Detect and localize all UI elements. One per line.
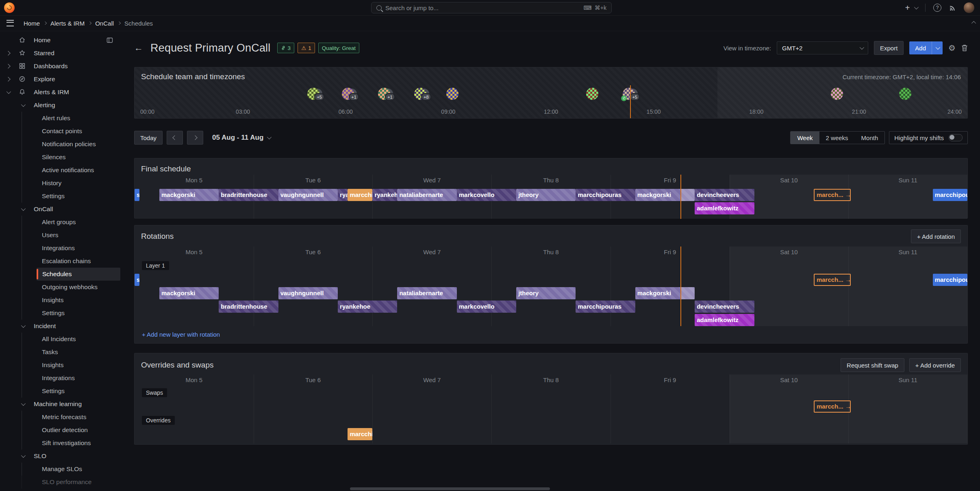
view-option-month[interactable]: Month [855, 132, 885, 144]
chevron-down-icon[interactable] [7, 89, 11, 94]
chevron-down-icon[interactable] [21, 102, 26, 107]
shift-bar-jtheory[interactable]: jtheory [516, 189, 576, 201]
sidebar-item-schedules[interactable]: Schedules [37, 268, 120, 281]
highlight-toggle[interactable] [949, 134, 963, 141]
new-menu-button[interactable]: + [905, 3, 917, 13]
shift-bar-nataliabernarte[interactable]: nataliabernarte [397, 287, 456, 299]
chevron-right-icon[interactable] [6, 64, 10, 68]
grafana-logo-icon[interactable] [4, 2, 15, 13]
shift-bar-s[interactable]: s [135, 189, 139, 201]
sidebar-item-slo-performance[interactable]: SLO performance [0, 476, 120, 489]
shift-bar-ryankehoe[interactable]: ryankehoe [372, 189, 397, 201]
menu-toggle-icon[interactable] [7, 20, 14, 26]
news-rss-icon[interactable] [949, 4, 956, 11]
breadcrumb-item-oncall[interactable]: OnCall [95, 20, 114, 27]
sidebar-item-active-notifications[interactable]: Active notifications [0, 164, 120, 177]
swap-request-bar[interactable]: marcch... → ? [814, 274, 851, 286]
delete-trash-icon[interactable] [961, 44, 968, 52]
shift-bar-markcovello[interactable]: markcovello [457, 301, 516, 313]
sidebar-item-machine-learning[interactable]: Machine learning [0, 398, 120, 411]
sidebar-item-settings[interactable]: Settings [0, 190, 120, 203]
add-layer-link[interactable]: + Add new layer with rotation [142, 331, 220, 338]
swap-request-bar[interactable]: marcch... → ? [814, 400, 851, 413]
prev-week-button[interactable] [167, 131, 183, 145]
team-member-avatar[interactable]: +8 [414, 88, 426, 100]
add-dropdown-caret[interactable] [932, 41, 943, 54]
breadcrumb-item-alerts-irm[interactable]: Alerts & IRM [50, 20, 85, 27]
shift-bar-marcchipouras[interactable]: marcchipouras [576, 189, 635, 201]
shift-bar-ryankehoe[interactable]: ryankehoe [338, 301, 397, 313]
team-member-avatar[interactable] [899, 88, 911, 100]
warnings-badge[interactable]: ⚠ 1 [298, 43, 315, 53]
team-member-avatar[interactable]: +1 [342, 88, 354, 100]
next-week-button[interactable] [187, 131, 203, 145]
sidebar-item-insights[interactable]: Insights [0, 294, 120, 307]
shift-bar-marcchipouras[interactable]: marcchipouras [348, 189, 372, 201]
sidebar-item-slo[interactable]: SLO [0, 450, 120, 463]
user-avatar[interactable] [964, 2, 974, 13]
chevron-down-icon[interactable] [21, 206, 26, 211]
sidebar-item-users[interactable]: Users [0, 229, 120, 242]
sidebar-item-integrations[interactable]: Integrations [0, 372, 120, 385]
shift-bar-bradrittenhouse[interactable]: bradrittenhouse [219, 301, 278, 313]
links-badge[interactable]: 3 [277, 43, 295, 53]
swap-request-bar[interactable]: marcch... → ? [814, 189, 851, 201]
sidebar-item-home[interactable]: Home [0, 34, 120, 47]
sidebar-item-manage-slos[interactable]: Manage SLOs [0, 463, 120, 476]
shift-bar-marcchipouras[interactable]: marcchipouras [348, 428, 372, 440]
back-button[interactable]: ← [134, 43, 143, 53]
sidebar-item-alert-rules[interactable]: Alert rules [0, 112, 120, 125]
request-shift-swap-button[interactable]: Request shift swap [841, 358, 904, 372]
shift-bar-marcchipouras[interactable]: marcchipouras [576, 301, 635, 313]
sidebar-item-sift-investigations[interactable]: Sift investigations [0, 437, 120, 450]
shift-bar-mackgorski[interactable]: mackgorski [159, 189, 219, 201]
team-member-avatar[interactable]: +5 [307, 88, 319, 100]
sidebar-item-contact-points[interactable]: Contact points [0, 125, 120, 138]
breadcrumb-item-schedules[interactable]: Schedules [124, 20, 153, 27]
chevron-right-icon[interactable] [6, 51, 10, 55]
shift-bar-bradrittenhouse[interactable]: bradrittenhouse [219, 189, 278, 201]
sidebar-item-silences[interactable]: Silences [0, 151, 120, 164]
add-rotation-button[interactable]: + Add rotation [911, 229, 961, 243]
today-button[interactable]: Today [134, 131, 163, 145]
sidebar-item-history[interactable]: History [0, 177, 120, 190]
sidebar-item-escalation-chains[interactable]: Escalation chains [0, 255, 120, 268]
sidebar-item-oncall[interactable]: OnCall [0, 203, 120, 216]
shift-bar-marcchipouras[interactable]: marcchipouras [933, 274, 967, 286]
sidebar-item-dashboards[interactable]: Dashboards [0, 60, 120, 73]
sidebar-item-starred[interactable]: Starred [0, 47, 120, 60]
help-icon[interactable]: ? [933, 4, 941, 12]
shift-bar-markcovello[interactable]: markcovello [457, 189, 516, 201]
shift-bar-adamlefkowitz[interactable]: adamlefkowitz [695, 314, 754, 326]
date-range-dropdown[interactable]: 05 Aug - 11 Aug [212, 134, 270, 142]
search-input[interactable]: Search or jump to... ⌨ ⌘+k [371, 2, 612, 13]
add-button[interactable]: Add [909, 41, 943, 54]
shift-bar-ryankehoe[interactable]: ryankehoe [338, 189, 348, 201]
sidebar-item-incident[interactable]: Incident [0, 320, 120, 333]
shift-bar-mackgorski[interactable]: mackgorski [159, 287, 219, 299]
settings-gear-icon[interactable]: ⚙ [948, 44, 956, 52]
view-option-week[interactable]: Week [791, 132, 819, 144]
shift-bar-vaughngunnell[interactable]: vaughngunnell [278, 287, 338, 299]
shift-bar-mackgorski[interactable]: mackgorski [635, 189, 695, 201]
sidebar-item-alerts-irm[interactable]: Alerts & IRM [0, 86, 120, 99]
sidebar-item-outgoing-webhooks[interactable]: Outgoing webhooks [0, 281, 120, 294]
quality-badge[interactable]: Quality: Great [318, 43, 359, 53]
team-member-avatar[interactable] [586, 88, 598, 100]
export-button[interactable]: Export [874, 41, 904, 55]
shift-bar-devincheevers[interactable]: devincheevers [695, 301, 754, 313]
chevron-down-icon[interactable] [21, 323, 26, 328]
team-member-avatar[interactable] [831, 88, 843, 100]
team-member-avatar[interactable]: +1 [378, 88, 390, 100]
team-member-avatar[interactable]: +5✆ [623, 88, 635, 100]
chevron-right-icon[interactable] [6, 77, 10, 81]
view-option-2-weeks[interactable]: 2 weeks [819, 132, 855, 144]
sidebar-item-outlier-detection[interactable]: Outlier detection [0, 424, 120, 437]
sidebar-item-alerting[interactable]: Alerting [0, 99, 120, 112]
sidebar-item-settings[interactable]: Settings [0, 385, 120, 398]
shift-bar-mackgorski[interactable]: mackgorski [635, 287, 695, 299]
shift-bar-adamlefkowitz[interactable]: adamlefkowitz [695, 202, 754, 214]
sidebar-item-all-incidents[interactable]: All Incidents [0, 333, 120, 346]
horizontal-scrollbar-thumb[interactable] [350, 487, 550, 490]
sidebar-item-explore[interactable]: Explore [0, 73, 120, 86]
